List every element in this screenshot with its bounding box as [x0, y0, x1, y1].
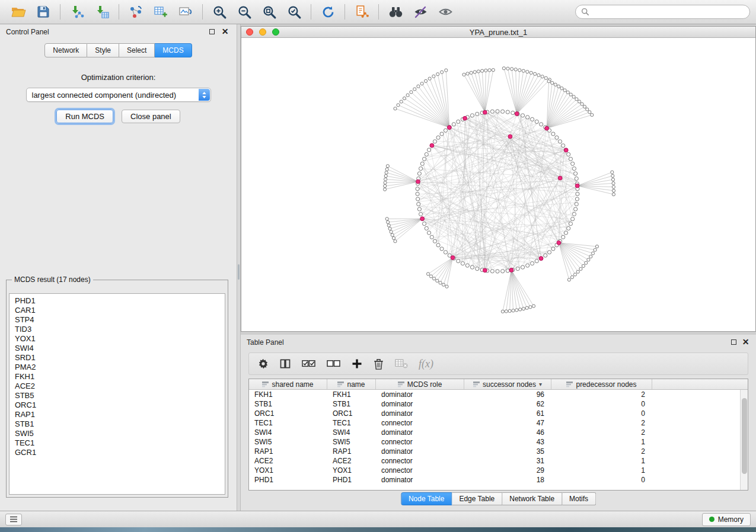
import-table-icon — [94, 5, 110, 19]
close-panel-button[interactable]: Close panel — [122, 110, 180, 123]
scrollbar-thumb[interactable] — [742, 398, 747, 474]
tab-network[interactable]: Network — [44, 43, 87, 57]
mcds-result-item[interactable]: TEC1 — [9, 438, 225, 448]
mcds-result-item[interactable]: YOX1 — [9, 334, 225, 344]
close-icon: ✕ — [222, 29, 229, 34]
mcds-result-item[interactable]: ACE2 — [9, 382, 225, 391]
mcds-result-item[interactable]: RAP1 — [9, 410, 225, 419]
table-cell: 1 — [551, 437, 652, 447]
column-header-name[interactable]: name — [327, 379, 376, 389]
search-input[interactable] — [593, 8, 744, 16]
table-settings-button[interactable] — [257, 358, 269, 370]
close-table-panel-button[interactable]: ✕ — [742, 339, 749, 345]
column-header-shared-name[interactable]: shared name — [249, 379, 327, 389]
add-column-button[interactable] — [351, 358, 363, 370]
zoom-selected-icon — [287, 5, 302, 20]
mcds-result-item[interactable]: PHD1 — [9, 296, 225, 306]
tab-network-table[interactable]: Network Table — [502, 492, 562, 505]
tab-edge-table[interactable]: Edge Table — [452, 492, 502, 505]
run-mcds-button[interactable]: Run MCDS — [56, 110, 113, 123]
show-columns-button[interactable] — [279, 358, 291, 370]
table-cell: YOX1 — [327, 466, 376, 475]
mcds-result-item[interactable]: FKH1 — [9, 372, 225, 382]
column-header-successor-nodes[interactable]: successor nodes▾ — [464, 379, 551, 389]
close-panel-x-button[interactable]: ✕ — [222, 28, 228, 35]
zoom-out-button[interactable] — [232, 2, 257, 21]
maximize-window-button[interactable] — [272, 28, 279, 36]
share-document-button[interactable] — [349, 2, 374, 21]
mcds-result-item[interactable]: PMA2 — [9, 363, 225, 372]
mcds-result-item[interactable]: TID3 — [9, 325, 225, 334]
table-row[interactable]: ORC1ORC1dominator610 — [249, 409, 748, 418]
memory-button[interactable]: Memory — [702, 513, 751, 526]
mcds-result-item[interactable]: STB1 — [9, 419, 225, 429]
import-table-button[interactable] — [90, 2, 114, 21]
new-table-button[interactable] — [148, 2, 173, 21]
table-row[interactable]: SWI5SWI5connector431 — [249, 437, 748, 447]
column-header-MCDS-role[interactable]: MCDS role — [376, 379, 464, 389]
unselect-all-button[interactable] — [326, 358, 341, 370]
new-network-button[interactable] — [123, 2, 148, 21]
table-row[interactable]: PHD1PHD1dominator180 — [249, 475, 748, 485]
tab-motifs[interactable]: Motifs — [562, 492, 596, 505]
table-cell: 0 — [551, 475, 652, 485]
mcds-result-item[interactable]: SWI5 — [9, 429, 225, 438]
table-row[interactable]: YOX1YOX1connector291 — [249, 466, 748, 475]
tab-mcds[interactable]: MCDS — [155, 43, 192, 57]
control-panel-header: Control Panel ✕ — [0, 24, 237, 40]
menu-button[interactable] — [5, 514, 22, 525]
toggle-graphics-details-button[interactable] — [408, 2, 433, 21]
export-image-button[interactable] — [173, 2, 198, 21]
mcds-result-item[interactable]: ORC1 — [9, 400, 225, 410]
column-header-predecessor-nodes[interactable]: predecessor nodes — [551, 379, 652, 389]
network-canvas[interactable] — [241, 38, 755, 331]
table-row[interactable]: SWI4SWI4dominator462 — [249, 428, 748, 437]
mcds-result-item[interactable]: STB5 — [9, 391, 225, 400]
mcds-result-item[interactable]: SRD1 — [9, 353, 225, 363]
open-file-button[interactable] — [6, 2, 31, 21]
optimization-dropdown[interactable]: largest connected component (undirected) — [26, 88, 211, 102]
mcds-result-box: MCDS result (17 nodes) PHD1CAR1STP4TID3Y… — [6, 275, 228, 498]
mcds-result-item[interactable]: SWI4 — [9, 344, 225, 353]
memory-status-icon — [709, 517, 714, 522]
mcds-result-item[interactable]: STP4 — [9, 315, 225, 325]
table-row[interactable]: RAP1RAP1dominator352 — [249, 447, 748, 456]
tab-node-table[interactable]: Node Table — [401, 492, 452, 505]
refresh-view-button[interactable] — [315, 2, 340, 21]
zoom-fit-button[interactable] — [257, 2, 282, 21]
table-cell: 47 — [464, 418, 551, 428]
table-scrollbar[interactable] — [740, 390, 748, 490]
network-window-title: YPA_prune.txt_1 — [241, 28, 755, 37]
function-builder-button[interactable]: f(x) — [419, 358, 433, 370]
delete-column-button[interactable] — [373, 358, 384, 370]
table-row[interactable]: ACE2ACE2connector311 — [249, 456, 748, 466]
save-icon — [36, 5, 50, 19]
caret-down-icon: ▾ — [539, 381, 542, 387]
save-session-button[interactable] — [31, 2, 56, 21]
select-all-button[interactable] — [301, 358, 316, 370]
minimize-window-button[interactable] — [259, 28, 266, 36]
float-table-panel-button[interactable] — [731, 339, 737, 345]
table-cell: connector — [376, 418, 464, 428]
zoom-selected-button[interactable] — [282, 2, 307, 21]
eye-icon — [438, 5, 454, 19]
import-network-button[interactable] — [65, 2, 90, 21]
table-cell: SWI5 — [327, 437, 376, 447]
mcds-result-item[interactable]: GCR1 — [9, 448, 225, 457]
table-row[interactable]: TEC1TEC1connector472 — [249, 418, 748, 428]
table-row[interactable]: FKH1FKH1dominator962 — [249, 390, 748, 399]
tab-style[interactable]: Style — [87, 43, 119, 57]
float-panel-button[interactable] — [209, 28, 215, 35]
zoom-in-button[interactable] — [207, 2, 232, 21]
show-hide-button[interactable] — [433, 2, 458, 21]
delete-table-button[interactable] — [394, 358, 409, 370]
float-icon — [731, 339, 736, 345]
table-cell: FKH1 — [327, 390, 376, 399]
sort-icon — [566, 382, 573, 387]
close-window-button[interactable] — [246, 28, 253, 36]
mcds-result-item[interactable]: CAR1 — [9, 306, 225, 315]
tab-select[interactable]: Select — [119, 43, 155, 57]
find-button[interactable] — [383, 2, 408, 21]
table-row[interactable]: STB1STB1dominator620 — [249, 399, 748, 409]
network-window-titlebar[interactable]: YPA_prune.txt_1 — [241, 27, 755, 38]
